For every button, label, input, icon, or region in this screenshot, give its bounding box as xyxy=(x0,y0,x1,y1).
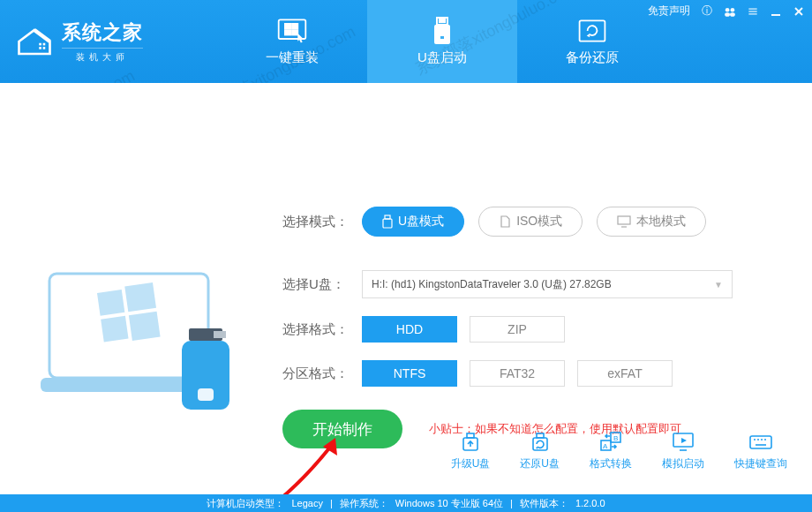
mode-local-button[interactable]: 本地模式 xyxy=(597,207,706,237)
mode-usb-button[interactable]: U盘模式 xyxy=(362,207,464,237)
partition-ntfs-button[interactable]: NTFS xyxy=(362,360,457,387)
format-hdd-button[interactable]: HDD xyxy=(362,316,457,343)
usb-drive-icon xyxy=(426,18,458,44)
fa-label: 快捷键查询 xyxy=(734,456,787,471)
main-body: 选择模式： U盘模式 ISO模式 本地模式 选择U盘： H:I: (hd1) K… xyxy=(0,83,812,494)
mode-iso-button[interactable]: ISO模式 xyxy=(478,207,583,237)
svg-rect-21 xyxy=(443,19,445,22)
svg-rect-29 xyxy=(101,316,128,343)
simulate-boot-button[interactable]: 模拟启动 xyxy=(662,431,704,471)
drive-label: 选择U盘： xyxy=(282,276,362,293)
fa-label: 格式转换 xyxy=(590,456,632,471)
fa-label: 还原U盘 xyxy=(520,456,560,471)
svg-rect-32 xyxy=(214,331,226,338)
svg-point-0 xyxy=(725,12,730,17)
svg-rect-17 xyxy=(285,30,290,34)
config-panel: 选择模式： U盘模式 ISO模式 本地模式 选择U盘： H:I: (hd1) K… xyxy=(282,207,777,466)
svg-rect-13 xyxy=(43,47,46,49)
mode-btn-label: 本地模式 xyxy=(636,214,686,230)
tab-backup-restore[interactable]: 备份还原 xyxy=(517,0,667,83)
svg-rect-35 xyxy=(385,215,390,219)
format-label: 选择格式： xyxy=(282,321,362,338)
svg-rect-15 xyxy=(285,23,290,27)
drive-select-value: H:I: (hd1) KingstonDataTraveler 3.0 (U盘)… xyxy=(372,277,612,292)
tab-usb-boot[interactable]: U盘启动 xyxy=(367,0,517,83)
svg-rect-18 xyxy=(292,30,297,34)
minimize-icon[interactable] xyxy=(770,5,782,18)
svg-rect-36 xyxy=(383,219,392,228)
svg-rect-10 xyxy=(39,43,41,46)
svg-rect-34 xyxy=(198,388,214,401)
format-convert-button[interactable]: AB 格式转换 xyxy=(590,431,632,471)
svg-rect-12 xyxy=(39,47,41,49)
upgrade-usb-button[interactable]: 升级U盘 xyxy=(451,431,491,471)
mode-btn-label: ISO模式 xyxy=(516,214,562,230)
convert-icon: AB xyxy=(598,431,623,452)
user-icon[interactable] xyxy=(724,5,736,18)
svg-point-3 xyxy=(731,7,735,11)
svg-rect-16 xyxy=(292,23,297,27)
svg-text:A: A xyxy=(603,442,608,450)
svg-point-1 xyxy=(726,7,730,11)
partition-exfat-button[interactable]: exFAT xyxy=(577,360,673,387)
os-label: 操作系统： xyxy=(336,497,392,510)
mode-btn-label: U盘模式 xyxy=(398,214,444,230)
monitor-icon xyxy=(617,215,631,228)
tab-label: 备份还原 xyxy=(566,49,619,66)
svg-rect-20 xyxy=(440,19,441,22)
backup-icon xyxy=(576,18,608,44)
version-value: 1.2.0.0 xyxy=(572,498,609,508)
keyboard-icon xyxy=(748,431,773,452)
info-icon[interactable]: ⓘ xyxy=(701,5,713,18)
usb-icon xyxy=(382,215,393,229)
settings-icon[interactable] xyxy=(747,5,759,18)
format-zip-button[interactable]: ZIP xyxy=(470,316,565,343)
tab-label: U盘启动 xyxy=(417,49,467,66)
close-icon[interactable] xyxy=(793,5,805,18)
status-bar: 计算机启动类型： Legacy | 操作系统： Windows 10 专业版 6… xyxy=(0,494,812,512)
svg-rect-40 xyxy=(467,433,474,438)
svg-rect-28 xyxy=(124,282,156,312)
tab-reinstall[interactable]: 一键重装 xyxy=(217,0,367,83)
partition-fat32-button[interactable]: FAT32 xyxy=(470,360,565,387)
tab-label: 一键重装 xyxy=(266,49,319,66)
start-create-button[interactable]: 开始制作 xyxy=(282,410,402,448)
logo: 系统之家 装机大师 xyxy=(0,0,164,83)
chevron-down-icon: ▼ xyxy=(714,280,723,290)
svg-rect-42 xyxy=(537,433,544,438)
svg-rect-23 xyxy=(440,35,445,40)
os-value: Windows 10 专业版 64位 xyxy=(392,497,507,510)
laptop-usb-illustration xyxy=(41,267,244,417)
house-logo-icon xyxy=(16,26,53,57)
boot-type-label: 计算机启动类型： xyxy=(203,497,288,510)
footer-actions: 升级U盘 还原U盘 AB 格式转换 模拟启动 快捷键查询 xyxy=(451,431,787,471)
usb-refresh-icon xyxy=(528,431,553,452)
version-label: 软件版本： xyxy=(516,497,572,510)
boot-type-value: Legacy xyxy=(288,498,326,508)
drive-select[interactable]: H:I: (hd1) KingstonDataTraveler 3.0 (U盘)… xyxy=(362,270,733,298)
iso-file-icon xyxy=(499,215,511,228)
partition-label: 分区格式： xyxy=(282,365,362,382)
svg-rect-27 xyxy=(97,290,124,316)
disclaimer-link[interactable]: 免责声明 xyxy=(648,4,690,19)
mode-label: 选择模式： xyxy=(282,214,362,230)
svg-rect-37 xyxy=(618,216,630,224)
restore-usb-button[interactable]: 还原U盘 xyxy=(520,431,560,471)
svg-rect-49 xyxy=(750,436,771,448)
svg-rect-30 xyxy=(129,312,161,341)
usb-up-icon xyxy=(458,431,483,452)
windows-cursor-icon xyxy=(276,18,308,44)
fa-label: 模拟启动 xyxy=(662,456,704,471)
svg-rect-24 xyxy=(580,20,605,41)
svg-point-2 xyxy=(730,12,735,17)
fa-label: 升级U盘 xyxy=(451,456,491,471)
hotkey-query-button[interactable]: 快捷键查询 xyxy=(734,431,787,471)
app-title: 系统之家 xyxy=(62,19,143,46)
svg-text:B: B xyxy=(613,434,618,442)
app-subtitle: 装机大师 xyxy=(62,48,143,64)
svg-rect-11 xyxy=(43,43,46,46)
monitor-play-icon xyxy=(671,431,695,452)
window-controls: 免责声明 ⓘ xyxy=(648,4,805,19)
